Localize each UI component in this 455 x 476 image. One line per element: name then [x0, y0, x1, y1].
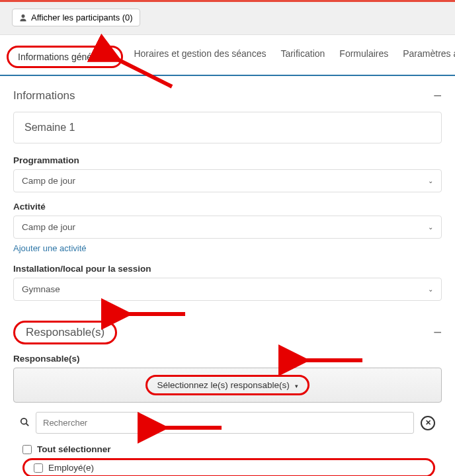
- session-name-value: Semaine 1: [24, 122, 75, 133]
- select-all-row[interactable]: Tout sélectionner: [22, 442, 435, 457]
- select-responsables-dropdown[interactable]: Sélectionnez le(s) responsable(s) ▾: [13, 368, 442, 403]
- tab-informations-generales[interactable]: Informations générales: [7, 46, 123, 68]
- employee-option-circled: Employé(e): [22, 458, 435, 476]
- show-participants-button[interactable]: Afficher les participants (0): [12, 9, 140, 26]
- main-panel: Informations − Semaine 1 Programmation C…: [0, 76, 455, 476]
- chevron-down-icon: ⌄: [428, 286, 433, 293]
- programmation-select[interactable]: Camp de jour ⌄: [13, 169, 442, 192]
- section-responsables-header: Responsable(s) −: [13, 310, 442, 350]
- installation-value: Gymnase: [22, 284, 60, 294]
- chevron-down-icon: ⌄: [428, 177, 433, 184]
- clear-search-button[interactable]: ✕: [421, 416, 435, 430]
- collapse-responsables-button[interactable]: −: [433, 329, 442, 336]
- activite-select[interactable]: Camp de jour ⌄: [13, 216, 442, 239]
- collapse-informations-button[interactable]: −: [433, 93, 442, 99]
- caret-down-icon: ▾: [295, 383, 298, 389]
- svg-line-1: [26, 424, 29, 426]
- activite-value: Camp de jour: [22, 222, 75, 232]
- add-activity-link[interactable]: Ajouter une activité: [13, 243, 87, 253]
- employee-option-label: Employé(e): [48, 463, 94, 473]
- employee-option-checkbox[interactable]: [34, 463, 43, 473]
- select-all-checkbox[interactable]: [22, 445, 32, 454]
- installation-select[interactable]: Gymnase ⌄: [13, 278, 442, 301]
- tab-parametres-avances[interactable]: Paramètres avancés: [399, 46, 455, 68]
- tab-horaires[interactable]: Horaires et gestion des séances: [130, 46, 270, 68]
- responsables-checklist: Tout sélectionner Employé(e) Employé(e) …: [13, 439, 442, 476]
- section-informations-title: Informations: [13, 89, 75, 102]
- responsables-search-input[interactable]: [36, 412, 414, 434]
- person-icon: [19, 14, 27, 22]
- section-informations-header: Informations −: [13, 76, 442, 108]
- search-icon: [20, 417, 29, 428]
- activite-label: Activité: [13, 202, 442, 212]
- header-bar: Afficher les participants (0): [0, 2, 455, 35]
- tab-formulaires[interactable]: Formulaires: [335, 46, 392, 68]
- session-name-field[interactable]: Semaine 1: [13, 112, 442, 143]
- svg-point-0: [21, 418, 27, 424]
- programmation-label: Programmation: [13, 155, 442, 165]
- chevron-down-icon: ⌄: [428, 223, 433, 231]
- employee-option-row[interactable]: Employé(e): [34, 462, 424, 473]
- installation-label: Installation/local pour la session: [13, 264, 442, 274]
- programmation-value: Camp de jour: [22, 176, 75, 186]
- responsables-search-row: ✕: [13, 412, 442, 434]
- show-participants-label: Afficher les participants (0): [31, 13, 133, 22]
- section-responsables-title: Responsable(s): [13, 321, 117, 344]
- tab-tarification[interactable]: Tarification: [276, 46, 329, 68]
- responsables-label: Responsable(s): [13, 354, 442, 364]
- tabs-bar: Informations générales Horaires et gesti…: [0, 35, 455, 76]
- select-responsables-label-circled: Sélectionnez le(s) responsable(s) ▾: [145, 375, 309, 395]
- select-all-label: Tout sélectionner: [37, 444, 111, 454]
